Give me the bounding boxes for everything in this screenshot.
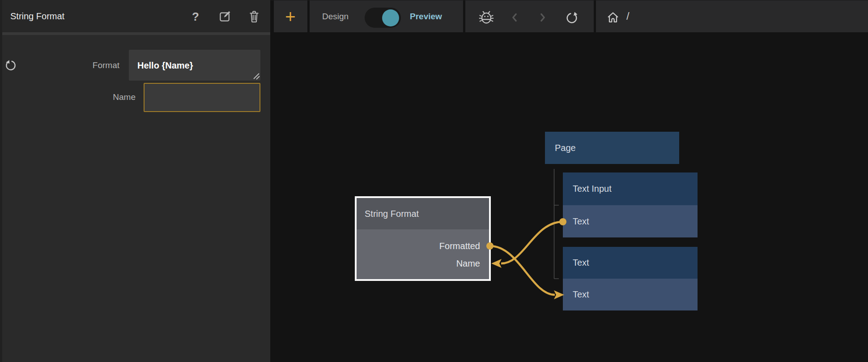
mode-section: Design Preview: [310, 0, 463, 33]
add-node-section: +: [274, 0, 307, 33]
node-text-input[interactable]: Text Input Text: [563, 172, 698, 237]
design-mode-label[interactable]: Design: [322, 0, 349, 33]
port-name-input[interactable]: Name: [456, 257, 480, 270]
edit-icon: [218, 9, 232, 23]
node-page-title: Page: [545, 132, 679, 164]
node-text-title: Text: [563, 247, 698, 279]
delete-button[interactable]: [246, 9, 262, 25]
panel-left-edge: [0, 0, 2, 362]
name-input[interactable]: [144, 83, 260, 112]
node-string-format-title: String Format: [357, 198, 489, 229]
port-formatted-output[interactable]: Formatted: [439, 240, 480, 252]
bug-icon: [479, 10, 494, 25]
node-text-input-port-text[interactable]: Text: [563, 205, 698, 237]
wire-formatted-to-text: [490, 246, 555, 295]
node-text[interactable]: Text Text: [563, 247, 698, 310]
toggle-knob[interactable]: [382, 9, 399, 26]
wire-arrow-left-icon: [491, 259, 502, 268]
node-text-port-text[interactable]: Text: [563, 279, 698, 310]
edit-button[interactable]: [217, 8, 233, 24]
panel-header: String Format ?: [0, 0, 270, 32]
properties-panel: String Format ? Format Hello {Name}: [0, 0, 270, 362]
debug-button[interactable]: [478, 9, 494, 26]
reset-parameters-button[interactable]: [4, 58, 18, 72]
node-text-input-title: Text Input: [563, 172, 698, 205]
navigation-section: [465, 0, 594, 33]
chevron-right-icon: [538, 12, 548, 23]
breadcrumb[interactable]: /: [626, 0, 630, 33]
refresh-icon: [565, 10, 579, 25]
help-icon: ?: [192, 10, 199, 24]
add-node-button[interactable]: +: [280, 9, 301, 25]
chevron-left-icon: [510, 12, 519, 23]
plus-icon: +: [285, 7, 295, 26]
back-button[interactable]: [506, 9, 523, 26]
home-icon: [606, 10, 620, 25]
forward-button[interactable]: [535, 9, 551, 26]
wire-textinput-to-name: [501, 222, 563, 263]
trash-icon: [248, 10, 260, 23]
tree-line: [554, 169, 559, 279]
panel-title: String Format: [10, 0, 64, 32]
node-string-format-selected[interactable]: String Format Formatted Name: [355, 196, 491, 281]
design-preview-toggle[interactable]: [365, 8, 401, 28]
help-button[interactable]: ?: [187, 9, 204, 25]
undo-icon: [4, 58, 17, 72]
preview-mode-label[interactable]: Preview: [410, 0, 442, 33]
node-graph-canvas[interactable]: Page Text Input Text Text Text String Fo…: [270, 32, 868, 362]
panel-header-divider: [0, 32, 270, 35]
refresh-button[interactable]: [564, 9, 580, 26]
node-page[interactable]: Page: [545, 132, 679, 164]
format-input[interactable]: Hello {Name}: [129, 50, 260, 81]
format-field-label: Format: [66, 60, 119, 71]
breadcrumb-section: /: [596, 0, 868, 33]
name-field-label: Name: [82, 92, 136, 103]
home-button[interactable]: [605, 9, 621, 26]
top-toolbar: + Design Preview: [270, 0, 868, 32]
node-string-format-body: Formatted Name: [357, 229, 489, 279]
